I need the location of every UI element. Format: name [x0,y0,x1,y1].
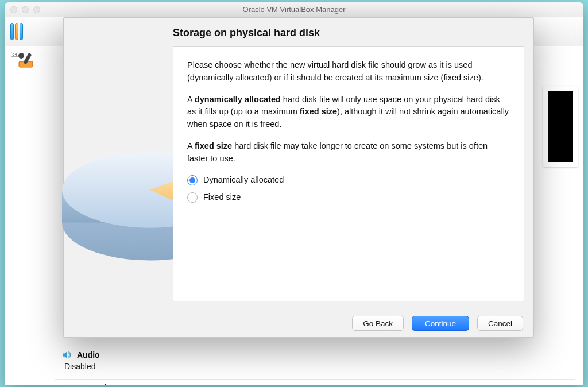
vm-list-item[interactable]: 64 [9,51,43,73]
audio-value: Disabled [62,362,568,371]
dialog-footer: Go Back Continue Cancel [64,309,533,337]
wizard-fixed-text: A fixed size hard disk file may take lon… [187,140,510,165]
audio-section: Audio Disabled [55,347,575,374]
radio-icon [187,192,198,203]
window-title: Oracle VM VirtualBox Manager [5,5,583,14]
wizard-title: Storage on physical hard disk [173,27,524,39]
vm-preview [543,86,578,167]
dialog-body: Storage on physical hard disk Please cho… [64,18,533,309]
network-section: Network [55,379,575,385]
minimize-window-icon[interactable] [22,6,29,13]
svg-point-2 [18,53,24,59]
storage-wizard-dialog: Storage on physical hard disk Please cho… [63,17,534,338]
vm-icon [16,50,36,75]
traffic-lights [5,6,40,13]
network-label: Network [77,383,109,385]
cancel-button[interactable]: Cancel [477,316,523,331]
network-icon [62,384,72,385]
tools-icon[interactable] [10,23,23,40]
wizard-panel: Please choose whether the new virtual ha… [173,46,524,301]
radio-fixed-size[interactable]: Fixed size [187,191,510,204]
zoom-window-icon[interactable] [33,6,40,13]
radio-label: Fixed size [203,191,241,204]
titlebar: Oracle VM VirtualBox Manager [5,2,583,17]
close-window-icon[interactable] [10,6,17,13]
radio-label: Dynamically allocated [203,174,284,187]
wizard-intro-text: Please choose whether the new virtual ha… [187,59,510,84]
audio-label: Audio [77,350,100,359]
wizard-dynamic-text: A dynamically allocated hard disk file w… [187,94,510,131]
wizard-content: Storage on physical hard disk Please cho… [173,27,524,306]
radio-dynamically-allocated[interactable]: Dynamically allocated [187,174,510,187]
radio-icon [187,175,198,185]
sidebar: 64 [5,46,47,385]
svg-marker-3 [63,351,67,358]
continue-button[interactable]: Continue [412,316,469,331]
go-back-button[interactable]: Go Back [352,316,404,331]
audio-icon [62,351,72,359]
